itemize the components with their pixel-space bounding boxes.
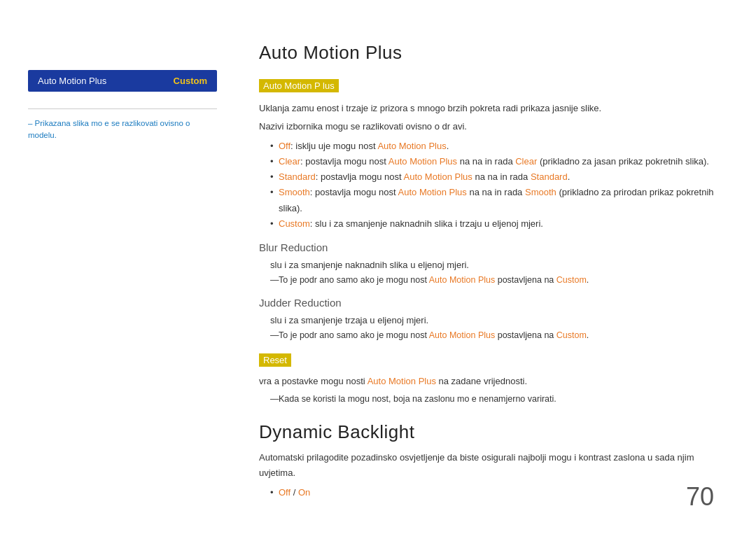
bullet-off: Off: isklju uje mogu nost Auto Motion Pl… — [270, 139, 714, 154]
page-number: 70 — [686, 482, 714, 512]
bullet-clear-prefix: Clear — [279, 156, 300, 167]
sidebar: Auto Motion Plus Custom Prikazana slika … — [0, 28, 238, 506]
sidebar-divider — [28, 108, 217, 109]
bullet-off-text: : isklju uje mogu nost — [290, 141, 377, 151]
reset-note: Kada se koristi la mogu nost, boja na za… — [270, 392, 714, 406]
bullet-standard-link2: Standard — [531, 171, 568, 182]
sidebar-note: Prikazana slika mo e se razlikovati ovis… — [28, 118, 217, 142]
highlight-auto-motion: Auto Motion P lus — [259, 79, 714, 101]
bullet-smooth-link2: Smooth — [525, 187, 556, 197]
section2-title: Dynamic Backlight — [259, 421, 714, 443]
bullet-clear: Clear: postavlja mogu nost Auto Motion P… — [270, 154, 714, 169]
bullet-custom: Custom: slu i za smanjenje naknadnih sli… — [270, 216, 714, 232]
bullet-smooth-link1: Auto Motion Plus — [398, 187, 467, 197]
bullet-standard-link1: Auto Motion Plus — [404, 171, 472, 182]
main-content: Auto Motion Plus Auto Motion P lus Uklan… — [238, 28, 756, 506]
blur-text: slu i za smanjenje naknadnih slika u elj… — [270, 258, 714, 273]
bullet-standard: Standard: postavlja mogu nost Auto Motio… — [270, 169, 714, 185]
bullet-smooth: Smooth: postavlja mogu nost Auto Motion … — [270, 185, 714, 216]
blur-title: Blur Reduction — [259, 241, 714, 253]
bullet-off-link: Auto Motion Plus — [377, 141, 446, 151]
bullet-smooth-prefix: Smooth — [279, 187, 310, 197]
section2-bullets: Off / On — [270, 485, 714, 500]
sidebar-menu-label: Auto Motion Plus — [38, 76, 106, 86]
section1-title: Auto Motion Plus — [259, 42, 714, 64]
bullet-clear-link1: Auto Motion Plus — [388, 156, 457, 167]
judder-title: Judder Reduction — [259, 297, 714, 309]
judder-note: To je podr ano samo ako je mogu nost Aut… — [270, 328, 714, 342]
sidebar-menu-item[interactable]: Auto Motion Plus Custom — [28, 70, 217, 92]
blur-note: To je podr ano samo ako je mogu nost Aut… — [270, 273, 714, 287]
bullet-list: Off: isklju uje mogu nost Auto Motion Pl… — [270, 139, 714, 232]
reset-section: Reset vra a postavke mogu nosti Auto Mot… — [259, 353, 714, 406]
reset-highlight: Reset — [259, 353, 291, 367]
judder-text: slu i za smanjenje trzaja u eljenoj mjer… — [270, 313, 714, 328]
highlight-auto-motion-text: Auto Motion P lus — [259, 79, 339, 92]
desc1: Uklanja zamu enost i trzaje iz prizora s… — [259, 101, 714, 116]
bullet-off-prefix: Off — [279, 141, 290, 151]
section2-desc: Automatski prilagodite pozadinsko osvjet… — [259, 450, 714, 481]
sidebar-menu-sub: Custom — [174, 76, 207, 86]
reset-text: vra a postavke mogu nosti Auto Motion Pl… — [259, 374, 714, 389]
desc2: Nazivi izbornika mogu se razlikovati ovi… — [259, 119, 714, 134]
bullet-custom-prefix: Custom — [279, 218, 310, 229]
bullet-clear-link2: Clear — [515, 156, 537, 167]
bullet-off-on: Off / On — [270, 485, 714, 500]
bullet-standard-prefix: Standard — [279, 171, 316, 182]
